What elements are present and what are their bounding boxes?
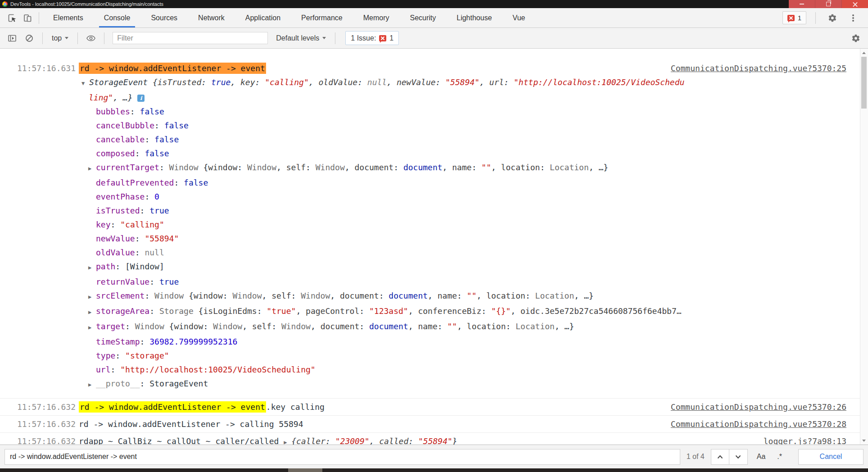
token: rd -> window.addEventListener -> event	[79, 63, 266, 74]
token: :	[481, 306, 491, 316]
token: :	[135, 248, 145, 257]
token: :	[436, 77, 446, 87]
token: ,	[428, 291, 438, 300]
error-count-badge[interactable]: 1	[782, 11, 806, 24]
tab-security[interactable]: Security	[399, 8, 446, 27]
close-icon	[853, 2, 858, 7]
tab-application[interactable]: Application	[235, 8, 291, 27]
close-button[interactable]	[841, 0, 868, 8]
token: key	[96, 220, 111, 229]
token: type	[96, 351, 115, 360]
token: defaultPrevented	[96, 178, 174, 187]
cancel-button[interactable]: Cancel	[798, 449, 863, 465]
log-levels-selector[interactable]: Default levels	[272, 34, 330, 42]
console-panel: 11:57:16.631rd -> window.addEventListene…	[0, 49, 868, 445]
scrollbar-thumb[interactable]	[861, 57, 867, 109]
token: name	[452, 163, 471, 172]
console-line: composed: false	[0, 146, 860, 160]
tab-sources[interactable]: Sources	[140, 8, 188, 27]
error-icon	[787, 15, 795, 21]
token: , …}	[555, 322, 574, 331]
token: Window	[232, 291, 262, 300]
minimize-button[interactable]	[789, 0, 815, 8]
console-settings-button[interactable]	[848, 31, 863, 46]
console-line: newValue: "55894"	[0, 231, 860, 245]
token: "23009"	[335, 436, 370, 445]
token: :	[408, 436, 418, 445]
token: document	[369, 322, 408, 331]
tab-lighthouse[interactable]: Lighthouse	[446, 8, 502, 27]
more-options-button[interactable]	[845, 10, 861, 26]
token: ,	[457, 322, 467, 331]
restore-button[interactable]	[815, 0, 841, 8]
console-entry: 11:57:16.631rd -> window.addEventListene…	[0, 61, 860, 75]
device-icon	[23, 14, 32, 23]
chevron-down-icon	[322, 37, 326, 39]
tab-console[interactable]: Console	[94, 8, 141, 27]
tab-vue[interactable]: Vue	[502, 8, 536, 27]
tab-performance[interactable]: Performance	[291, 8, 353, 27]
expand-arrow-icon[interactable]: ▶	[88, 305, 96, 319]
tab-memory[interactable]: Memory	[353, 8, 400, 27]
token: ,	[511, 306, 520, 316]
token: ,	[408, 322, 418, 331]
match-case-button[interactable]: Aa	[754, 453, 769, 461]
device-toolbar-button[interactable]	[20, 10, 35, 26]
source-link[interactable]: CommunicationDispatching.vue?5370:28	[671, 417, 846, 431]
token: :	[271, 322, 281, 331]
token: Window	[169, 163, 203, 172]
info-icon[interactable]: i	[137, 95, 145, 102]
next-match-button[interactable]	[729, 449, 748, 465]
expand-arrow-icon[interactable]: ▼	[81, 77, 89, 91]
token: ,	[408, 306, 418, 316]
issues-button[interactable]: 1 Issue: 1	[345, 31, 399, 45]
expand-arrow-icon[interactable]: ▶	[88, 261, 96, 275]
token: :	[438, 322, 448, 331]
scroll-down-icon[interactable]	[860, 437, 868, 444]
token: document	[403, 163, 443, 172]
scrollbar[interactable]	[860, 49, 868, 445]
filter-input[interactable]	[113, 32, 268, 44]
expand-arrow-icon[interactable]: ▶	[88, 290, 96, 304]
token: newValue	[397, 77, 436, 87]
token: isTrusted	[158, 77, 202, 87]
token: :	[306, 163, 316, 172]
expand-arrow-icon[interactable]: ▶	[284, 436, 291, 445]
expand-arrow-icon[interactable]: ▶	[88, 162, 96, 176]
clear-console-button[interactable]	[22, 31, 37, 46]
source-link[interactable]: logger.js?7a98:13	[764, 434, 846, 445]
token: : [Window]	[115, 262, 164, 271]
scroll-up-icon[interactable]	[860, 49, 868, 56]
search-input[interactable]	[5, 449, 680, 465]
previous-match-button[interactable]	[711, 449, 729, 465]
log-levels-label: Default levels	[276, 34, 319, 42]
token: returnValue	[96, 277, 149, 286]
token: self	[286, 163, 306, 172]
token: ,	[296, 306, 306, 316]
chevron-up-icon	[717, 455, 723, 459]
console-line: isTrusted: true	[0, 204, 860, 218]
token: ,	[311, 322, 321, 331]
token: ,	[262, 291, 272, 300]
console-line: returnValue: true	[0, 275, 860, 289]
context-selector[interactable]: top	[48, 34, 72, 42]
console-line: timeStamp: 36982.799999952316	[0, 335, 860, 349]
live-expression-button[interactable]	[83, 31, 99, 46]
token: ,	[491, 163, 501, 172]
source-link[interactable]: CommunicationDispatching.vue?5370:25	[671, 61, 846, 75]
token: true	[211, 77, 231, 87]
expand-arrow-icon[interactable]: ▶	[88, 321, 96, 335]
source-link[interactable]: CommunicationDispatching.vue?5370:26	[671, 400, 846, 414]
expand-arrow-icon[interactable]: ▶	[88, 378, 96, 392]
tab-elements[interactable]: Elements	[43, 8, 94, 27]
token: false	[184, 178, 208, 187]
tab-network[interactable]: Network	[188, 8, 235, 27]
token: "123asd"	[369, 306, 408, 316]
token: rdapp ~ CallBiz ~ callOut ~ caller/calle…	[79, 436, 284, 445]
chrome-logo-icon	[2, 1, 8, 7]
console-sidebar-toggle-button[interactable]	[5, 31, 20, 46]
inspect-element-button[interactable]	[5, 10, 20, 26]
settings-button[interactable]	[825, 10, 840, 26]
token: self	[271, 291, 291, 300]
regex-button[interactable]: .*	[774, 453, 785, 461]
